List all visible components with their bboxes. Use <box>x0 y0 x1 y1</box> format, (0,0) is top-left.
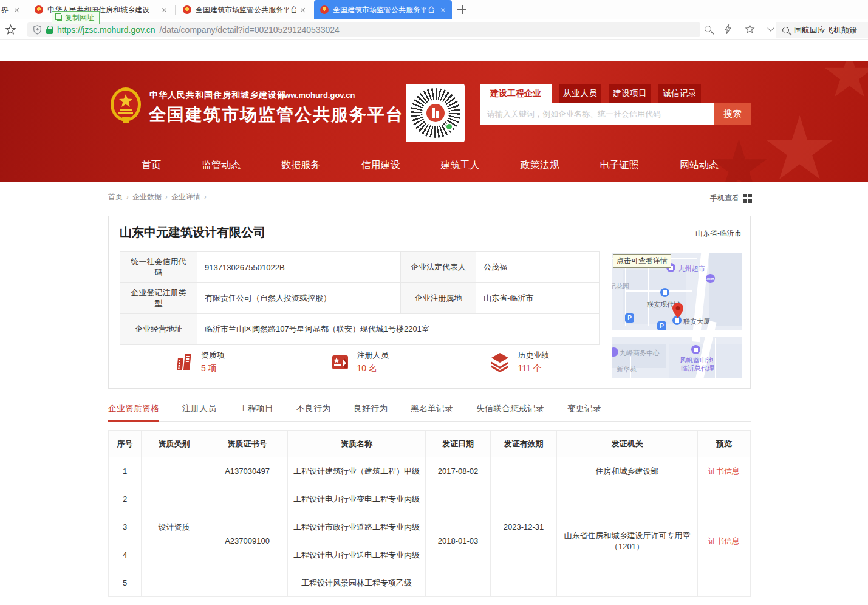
breadcrumb-company-data[interactable]: 企业数据 <box>132 192 168 202</box>
site-favicon-icon <box>320 5 329 14</box>
parking-icon: P <box>657 321 666 330</box>
cell-authority: 山东省住房和城乡建设厅许可专用章（1201） <box>557 485 698 597</box>
copy-url-label: 复制网址 <box>65 13 94 23</box>
nav-item-home[interactable]: 首页 <box>142 159 161 172</box>
map-label-supermarket: 九州超市 <box>678 264 705 273</box>
close-icon[interactable] <box>440 7 446 13</box>
cell-name: 工程设计电力行业送电工程专业丙级 <box>288 541 426 569</box>
browser-tab-active[interactable]: 全国建筑市场监管公共服务平台 <box>314 0 452 19</box>
location-map[interactable]: 点击可查看详情 九州超市 ATM 纪花园 联安现代城 联安大厦 P P 九峰商务… <box>612 253 742 378</box>
copy-url-tooltip[interactable]: 复制网址 <box>52 11 100 24</box>
stat-history-performance[interactable]: 历史业绩 111 个 <box>439 350 599 374</box>
col-issue-date: 发证日期 <box>426 431 491 457</box>
close-icon[interactable] <box>162 7 167 13</box>
certificate-info-link[interactable]: 证书信息 <box>708 467 740 476</box>
search-icon <box>782 27 789 33</box>
id-card-icon <box>330 352 350 372</box>
nav-item-workers[interactable]: 建筑工人 <box>441 159 480 172</box>
certificate-info-link[interactable]: 证书信息 <box>708 536 740 545</box>
tab-title: 全国建筑市场监管公共服务平台 <box>333 5 436 15</box>
browser-tab-partial[interactable]: 界 <box>0 0 26 19</box>
nav-item-policy[interactable]: 政策法规 <box>521 159 559 172</box>
lightning-icon[interactable] <box>725 24 731 34</box>
url-scheme: https://jzsc.mohurd.gov.cn <box>57 25 155 35</box>
header-search-tabs: 建设工程企业 从业人员 建设项目 诚信记录 <box>480 84 708 103</box>
mobile-view[interactable]: 手机查看 <box>710 193 752 203</box>
search-tab-project[interactable]: 建设项目 <box>609 84 651 103</box>
close-icon[interactable] <box>300 7 306 13</box>
tab-registered-personnel[interactable]: 注册人员 <box>182 403 216 414</box>
map-label-garden: 纪花园 <box>612 282 629 291</box>
legal-rep-value: 公茂福 <box>476 252 600 283</box>
platform-title: 全国建筑市场监管公共服务平台 <box>149 103 404 126</box>
credit-code-label: 统一社会信用代码 <box>120 252 197 283</box>
stat-value: 111 个 <box>518 363 550 374</box>
site-favicon-icon <box>183 5 191 14</box>
tab-projects[interactable]: 工程项目 <box>239 403 273 414</box>
cell-authority: 住房和城乡建设部 <box>557 457 698 485</box>
search-tab-credit[interactable]: 诚信记录 <box>658 84 701 103</box>
qr-green-dot <box>445 123 453 131</box>
ministry-name: 中华人民共和国住房和城乡建设部 <box>149 90 286 101</box>
atm-icon: ATM <box>706 274 715 283</box>
cell-name: 工程设计电力行业变电工程专业丙级 <box>288 485 426 513</box>
search-button[interactable]: 搜索 <box>714 103 751 125</box>
building-pin-icon <box>660 288 669 297</box>
tab-qualifications[interactable]: 企业资质资格 <box>108 403 159 414</box>
col-preview: 预览 <box>698 431 751 457</box>
map-label-lianan-tower: 联安大厦 <box>683 317 710 326</box>
breadcrumb-company-detail[interactable]: 企业详情 <box>171 192 207 202</box>
cell-no: 1 <box>109 457 142 485</box>
url-field[interactable]: https://jzsc.mohurd.gov.cn/data/company/… <box>27 22 700 37</box>
cell-no: 3 <box>109 513 142 541</box>
stat-registered-personnel[interactable]: 注册人员 10 名 <box>279 350 439 374</box>
company-region: 山东省-临沂市 <box>695 228 742 239</box>
nav-item-supervision[interactable]: 监管动态 <box>202 159 241 172</box>
parking-icon: P <box>625 313 634 323</box>
nav-item-credit[interactable]: 信用建设 <box>361 159 400 172</box>
tab-good-behavior[interactable]: 良好行为 <box>354 403 388 414</box>
nav-item-data[interactable]: 数据服务 <box>281 159 320 172</box>
new-tab-button[interactable] <box>457 5 466 14</box>
map-tooltip: 点击可查看详情 <box>613 254 671 268</box>
cell-cert-no: A237009100 <box>207 485 288 597</box>
stat-qualifications[interactable]: 资质项 5 项 <box>120 350 279 374</box>
site-header: 中华人民共和国住房和城乡建设部 www.mohurd.gov.cn 全国建筑市场… <box>0 61 868 182</box>
tab-divider <box>27 5 27 15</box>
shield-icon[interactable] <box>33 25 42 35</box>
browser-quick-search[interactable]: 国航回应飞机颠簸 <box>776 22 868 38</box>
browser-tab-jzsc[interactable]: 全国建筑市场监管公共服务平台 <box>177 0 312 19</box>
map-road <box>612 330 742 337</box>
search-tab-enterprise[interactable]: 建设工程企业 <box>480 84 552 103</box>
breadcrumb-home[interactable]: 首页 <box>108 192 129 202</box>
col-authority: 发证机关 <box>557 431 698 457</box>
cell-category: 设计资质 <box>142 457 207 597</box>
tab-dishonesty[interactable]: 失信联合惩戒记录 <box>476 403 544 414</box>
tab-bad-behavior[interactable]: 不良行为 <box>296 403 330 414</box>
bookmark-star-icon[interactable] <box>5 24 16 38</box>
company-name: 山东中元建筑设计有限公司 <box>120 224 265 241</box>
tab-blacklist[interactable]: 黑名单记录 <box>411 403 453 414</box>
map-label-xinhua: 新华苑 <box>617 365 637 374</box>
zoom-out-icon[interactable] <box>705 26 711 32</box>
browser-tab-mohurd[interactable]: 中华人民共和国住房和城乡建设 <box>29 0 173 19</box>
search-tab-personnel[interactable]: 从业人员 <box>559 84 601 103</box>
cell-date: 2017-08-02 <box>426 457 491 485</box>
quick-search-text: 国航回应飞机颠簸 <box>794 25 857 36</box>
close-icon[interactable] <box>14 7 19 13</box>
browser-urlbar-row: https://jzsc.mohurd.gov.cn/data/company/… <box>0 19 868 40</box>
keyword-search-input[interactable] <box>480 103 714 125</box>
national-emblem-logo <box>110 87 142 128</box>
map-label-fengfan2: 临沂总代理 <box>681 364 714 373</box>
chevron-down-icon[interactable] <box>767 24 774 31</box>
main-nav: 首页 监管动态 数据服务 信用建设 建筑工人 政策法规 电子证照 网站动态 <box>108 149 752 182</box>
battery-shop-pin-icon <box>691 345 700 354</box>
credit-code-value: 91371302675501022B <box>197 252 401 283</box>
qr-code <box>406 84 465 142</box>
favorite-star-icon[interactable] <box>745 24 755 34</box>
layers-icon <box>489 352 511 372</box>
nav-item-certificate[interactable]: 电子证照 <box>600 159 639 172</box>
nav-item-news[interactable]: 网站动态 <box>680 159 719 172</box>
tab-changes[interactable]: 变更记录 <box>567 403 601 414</box>
col-cert-no: 资质证书号 <box>207 431 288 457</box>
